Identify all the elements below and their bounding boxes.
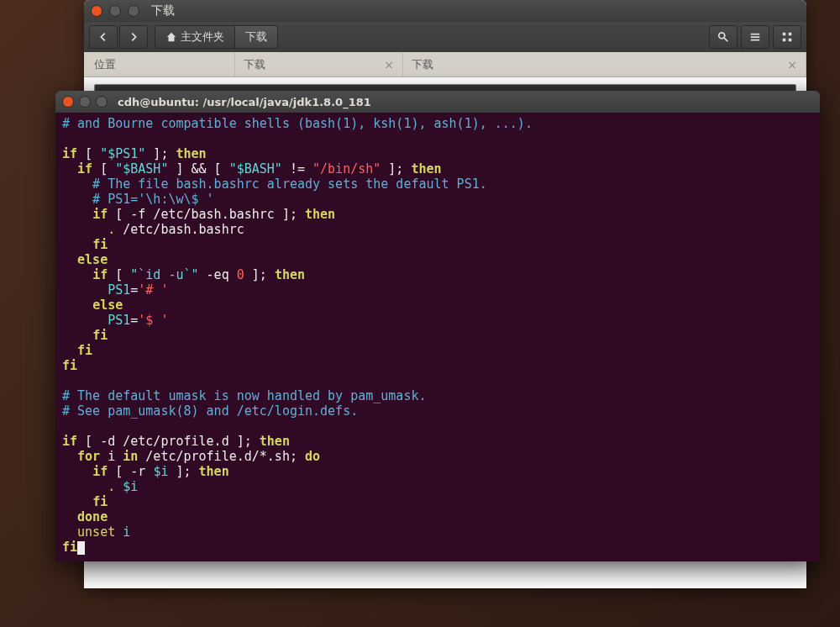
grid-icon (781, 31, 793, 43)
forward-button[interactable] (119, 25, 148, 49)
terminal-titlebar[interactable]: cdh@ubuntu: /usr/local/java/jdk1.8.0_181 (55, 91, 820, 113)
back-button[interactable] (89, 25, 118, 49)
breadcrumb: 主文件夹 下载 (155, 25, 278, 49)
svg-rect-2 (789, 33, 792, 36)
file-manager-toolbar: 主文件夹 下载 (84, 22, 806, 52)
svg-rect-4 (789, 39, 792, 42)
svg-point-0 (719, 33, 725, 39)
search-icon (717, 31, 729, 43)
chevron-right-icon (128, 31, 139, 43)
tab-downloads-1[interactable]: 下载 × (235, 52, 403, 76)
path-current[interactable]: 下载 (235, 25, 278, 49)
terminal-body[interactable]: # and Bourne compatible shells (bash(1),… (55, 113, 820, 561)
minimize-icon[interactable] (79, 96, 91, 108)
svg-rect-3 (783, 39, 786, 42)
maximize-icon[interactable] (96, 96, 108, 108)
file-manager-tabbar: 位置 下载 × 下载 × (84, 52, 806, 77)
close-icon[interactable] (91, 5, 102, 17)
terminal-title: cdh@ubuntu: /usr/local/java/jdk1.8.0_181 (118, 96, 371, 108)
tab-downloads-2[interactable]: 下载 × (403, 52, 806, 76)
grid-view-button[interactable] (773, 25, 801, 49)
home-icon (165, 31, 177, 43)
close-icon[interactable] (62, 96, 74, 108)
window-title: 下载 (151, 3, 175, 18)
close-tab-icon[interactable]: × (787, 58, 797, 71)
close-tab-icon[interactable]: × (384, 58, 394, 71)
terminal-window: cdh@ubuntu: /usr/local/java/jdk1.8.0_181… (55, 91, 820, 561)
search-button[interactable] (709, 25, 738, 49)
cursor-icon (77, 541, 85, 555)
sidebar-header: 位置 (84, 52, 235, 76)
chevron-left-icon (97, 31, 109, 43)
file-manager-titlebar[interactable]: 下载 (84, 0, 806, 22)
path-home[interactable]: 主文件夹 (155, 25, 235, 49)
hamburger-icon (749, 31, 761, 43)
minimize-icon[interactable] (109, 5, 121, 17)
svg-rect-1 (783, 33, 786, 36)
menu-button[interactable] (741, 25, 769, 49)
maximize-icon[interactable] (128, 5, 139, 17)
